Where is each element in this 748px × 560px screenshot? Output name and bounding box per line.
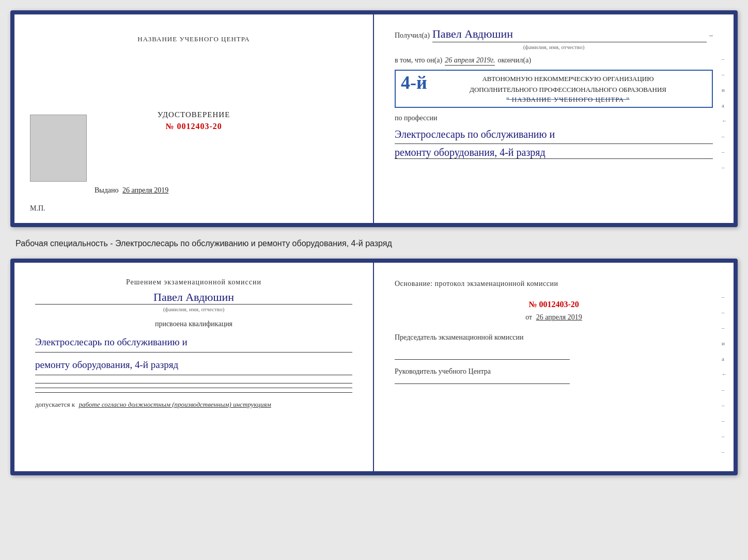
qualification-line2: ремонту оборудования, 4-й разряд <box>35 355 352 375</box>
page-container: НАЗВАНИЕ УЧЕБНОГО ЦЕНТРА УДОСТОВЕРЕНИЕ №… <box>10 10 738 475</box>
sign-line-1 <box>35 383 352 383</box>
recipient-name-bottom: Павел Авдюшин <box>35 291 352 305</box>
profession-line2-top: ремонту оборудования, 4-й разряд <box>395 147 713 159</box>
side-dashes-top: – – и а ← – – – <box>722 56 727 170</box>
osnovanie-label: Основание: протокол экзаменационной коми… <box>395 278 713 290</box>
recipient-name-top: Павел Авдюшин <box>432 27 707 42</box>
ot-label: от <box>525 313 532 321</box>
completion-date: 26 апреля 2019г. <box>445 56 495 66</box>
org-line1: АВТОНОМНУЮ НЕКОММЕРЧЕСКУЮ ОРГАНИЗАЦИЮ <box>429 74 707 85</box>
v-tom-row: в том, что он(а) 26 апреля 2019г. окончи… <box>395 56 713 66</box>
rukovoditel-sign-line <box>395 383 570 384</box>
top-left-page: НАЗВАНИЕ УЧЕБНОГО ЦЕНТРА УДОСТОВЕРЕНИЕ №… <box>14 14 374 223</box>
sign-line-3 <box>35 392 352 393</box>
poluchil-line: Получил(а) Павел Авдюшин – <box>395 27 713 42</box>
v-tom-label: в том, что он(а) <box>395 56 442 65</box>
vydano-label: Выдано <box>95 186 119 194</box>
dash-top: – <box>709 31 713 40</box>
po-professii-label: по профессии <box>395 114 713 122</box>
stamp-box: 4-й АВТОНОМНУЮ НЕКОММЕРЧЕСКУЮ ОРГАНИЗАЦИ… <box>395 70 713 108</box>
top-left-title: НАЗВАНИЕ УЧЕБНОГО ЦЕНТРА <box>137 35 250 43</box>
qualification-line1: Электрослесарь по обслуживанию и <box>35 332 352 353</box>
predsedatel-label: Председатель экзаменационной комиссии <box>395 332 713 343</box>
razryad-big: 4-й <box>401 72 427 93</box>
dopuskaetsya-row: допускается к работе согласно должностны… <box>35 401 352 409</box>
vydano-date: 26 апреля 2019 <box>122 186 168 194</box>
udostoverenie-number: № 0012403-20 <box>158 122 230 131</box>
dopuskaetsya-label: допускается к <box>35 401 75 408</box>
vydano-line: Выдано 26 апреля 2019 <box>95 186 168 195</box>
protocol-number-bottom: № 0012403-20 <box>395 300 713 309</box>
org-line2: ДОПОЛНИТЕЛЬНОГО ПРОФЕССИОНАЛЬНОГО ОБРАЗО… <box>429 85 707 95</box>
ot-date: 26 апреля 2019 <box>536 313 582 321</box>
org-name: " НАЗВАНИЕ УЧЕБНОГО ЦЕНТРА " <box>429 95 707 104</box>
resheniem-label: Решением экзаменационной комиссии <box>35 278 352 286</box>
name-hint-bottom: (фамилия, имя, отчество) <box>35 306 352 312</box>
bottom-right-page: Основание: протокол экзаменационной коми… <box>374 263 734 471</box>
prisvoena-label: присвоена квалификация <box>35 320 352 328</box>
rukovoditel-label: Руководитель учебного Центра <box>395 366 713 377</box>
document-top: НАЗВАНИЕ УЧЕБНОГО ЦЕНТРА УДОСТОВЕРЕНИЕ №… <box>10 10 738 227</box>
top-right-page: Получил(а) Павел Авдюшин – (фамилия, имя… <box>374 14 734 223</box>
mp-label: М.П. <box>30 204 45 213</box>
poluchil-label: Получил(а) <box>395 31 430 40</box>
photo-placeholder <box>30 115 87 182</box>
ot-date-line: от 26 апреля 2019 <box>395 313 713 322</box>
sign-line-2 <box>35 388 352 388</box>
between-label: Рабочая специальность - Электрослесарь п… <box>10 236 738 249</box>
udostoverenie-label: УДОСТОВЕРЕНИЕ <box>158 110 230 119</box>
bottom-left-page: Решением экзаменационной комиссии Павел … <box>14 263 374 471</box>
document-bottom: Решением экзаменационной комиссии Павел … <box>10 259 738 475</box>
okончil-label: окончил(а) <box>497 56 531 65</box>
dopuskaetsya-value: работе согласно должностным (производств… <box>79 401 271 408</box>
predsedatel-sign-line <box>395 359 570 360</box>
side-dashes-bottom: – – – и а ← – – – – – <box>722 294 727 455</box>
profession-line1-top: Электрослесарь по обслуживанию и <box>395 125 713 144</box>
name-hint-top: (фамилия, имя, отчество) <box>395 44 713 50</box>
